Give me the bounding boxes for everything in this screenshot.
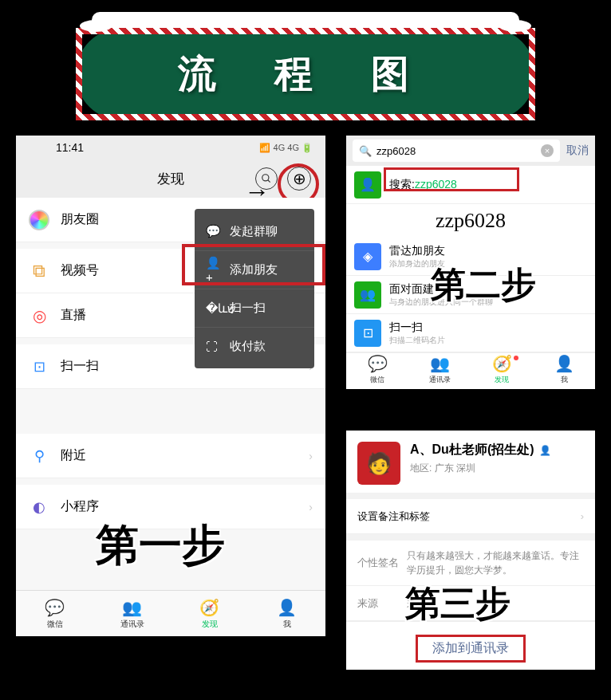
menu-label: 添加朋友 [230,262,278,277]
row-value: 只有越来越强大，才能越来越童话。专注学历提升，圆您大学梦。 [407,549,584,577]
compass-icon: 🧭 [492,354,512,373]
row-label: 个性签名 [357,556,407,570]
step3-screenshot: 🧑 A、Du杜老师(招生处)👤 地区: 广东 深圳 设置备注和标签 › 个性签名… [346,431,595,670]
scan-row[interactable]: ⊡ 扫一扫扫描二维码名片 [346,314,595,352]
profile-region: 地区: 广东 深圳 [410,462,551,475]
profile-header: 🧑 A、Du杜老师(招生处)👤 地区: 广东 深圳 [346,431,595,493]
cell-nearby[interactable]: ⚲ 附近 › [16,434,325,478]
chevron-right-icon: › [309,501,313,513]
chat-icon: 💬 [45,598,65,617]
tab-wechat[interactable]: 💬微信 [16,591,93,636]
menu-label: 扫一扫 [230,301,266,316]
tab-contacts[interactable]: 👥通讯录 [408,353,471,386]
plus-button[interactable]: ⊕ [287,167,311,191]
person-icon: 👤 [554,354,574,373]
row-title: 扫一扫 [389,321,445,335]
tab-me[interactable]: 👤我 [533,353,595,386]
nearby-icon: ⚲ [29,446,49,466]
chevron-right-icon: › [581,510,584,522]
cell-label: 附近 [61,447,309,464]
add-friend-icon: 👤+ [206,256,222,284]
badge-dot [514,356,518,360]
menu-payment[interactable]: ⛶收付款 [195,327,314,365]
row-label: 来源 [357,596,407,611]
signature-row: 个性签名 只有越来越强大，才能越来越童话。专注学历提升，圆您大学梦。 [346,541,595,586]
tab-wechat[interactable]: 💬微信 [346,353,408,386]
status-bar: 11:41 📶 4G 4G 🔋 [16,136,325,159]
row-title: 雷达加朋友 [389,244,445,258]
contacts-icon: 👥 [122,598,142,617]
banner-title: 流 程 图 [82,49,529,100]
add-to-contacts-button[interactable]: 添加到通讯录 [432,640,509,657]
search-bar: 🔍 zzp6028 × 取消 [346,136,595,166]
tab-bar: 💬微信 👥通讯录 🧭发现 👤我 [346,352,595,386]
step2-label: 第二步 [431,262,536,309]
step3-label: 第三步 [405,580,510,627]
highlight-box: 添加到通讯录 [416,635,526,663]
menu-label: 收付款 [230,339,266,354]
tab-discover[interactable]: 🧭发现 [171,591,248,636]
tab-contacts[interactable]: 👥通讯录 [93,591,171,636]
menu-group-chat[interactable]: 💬发起群聊 [195,212,314,250]
scan-icon: ⊡ [354,320,381,347]
scan-icon: ⊡ [29,356,49,377]
remark-row[interactable]: 设置备注和标签 › [346,499,595,534]
nav-title: 发现 [157,170,184,188]
contacts-icon: 👥 [430,354,450,373]
radar-icon: ◈ [354,243,381,270]
chat-icon: 💬 [206,224,222,238]
tab-label: 发现 [495,375,509,385]
row-label: 设置备注和标签 [357,509,430,524]
status-time: 11:41 [56,141,84,154]
title-banner: 流 程 图 [76,12,535,120]
search-result-row[interactable]: 👤 搜索:zzp6028 [346,166,595,204]
plus-menu: 💬发起群聊 👤+添加朋友 �ևש扫一扫 ⛶收付款 [195,209,314,368]
gender-icon: 👤 [539,445,551,456]
moments-icon [29,210,49,230]
live-icon: ◎ [29,305,49,326]
chat-icon: 💬 [368,354,388,373]
compass-icon: 🧭 [199,598,219,617]
snow-decoration [92,12,519,28]
menu-label: 发起群聊 [230,224,278,239]
banner-frame: 流 程 图 [76,28,535,120]
clear-icon[interactable]: × [541,144,554,157]
step1-label: 第一步 [96,517,225,575]
tab-me[interactable]: 👤我 [248,591,325,636]
tab-bar: 💬微信 👥通讯录 🧭发现 👤我 [16,590,325,636]
search-input[interactable]: 🔍 zzp6028 × [353,140,560,162]
id-display: zzp6028 [346,204,595,238]
tab-discover[interactable]: 🧭发现 [471,353,533,386]
tab-label: 微信 [370,375,384,385]
tab-label: 发现 [202,619,218,630]
status-icons: 📶 4G 4G 🔋 [259,143,313,153]
cell-label: 小程序 [61,498,309,515]
avatar[interactable]: 🧑 [357,442,400,485]
search-result-text: 搜索:zzp6028 [389,178,457,192]
miniprogram-icon: ◐ [29,497,49,517]
cancel-button[interactable]: 取消 [566,144,589,158]
search-icon: 🔍 [359,145,372,157]
profile-name: A、Du杜老师(招生处)👤 [410,442,551,458]
search-value: zzp6028 [376,145,541,157]
chevron-right-icon: › [309,450,313,462]
add-button-row: 添加到通讯录 [346,621,595,675]
nav-bar: 发现 ⊕ [16,159,325,198]
menu-scan[interactable]: �ևש扫一扫 [195,289,314,327]
person-icon: 👤 [277,598,297,617]
video-icon: ⧉ [29,261,49,281]
payment-icon: ⛶ [206,340,222,353]
tab-label: 通讯录 [429,375,451,385]
scan-icon: �ևש [206,301,222,316]
tab-label: 通讯录 [120,619,144,630]
search-result-icon: 👤 [354,171,381,199]
group-icon: 👥 [354,281,381,309]
menu-add-friend[interactable]: 👤+添加朋友 [195,250,314,289]
tab-label: 微信 [47,619,63,630]
row-subtitle: 扫描二维码名片 [389,335,445,346]
tab-label: 我 [283,619,291,630]
tab-label: 我 [561,375,568,385]
